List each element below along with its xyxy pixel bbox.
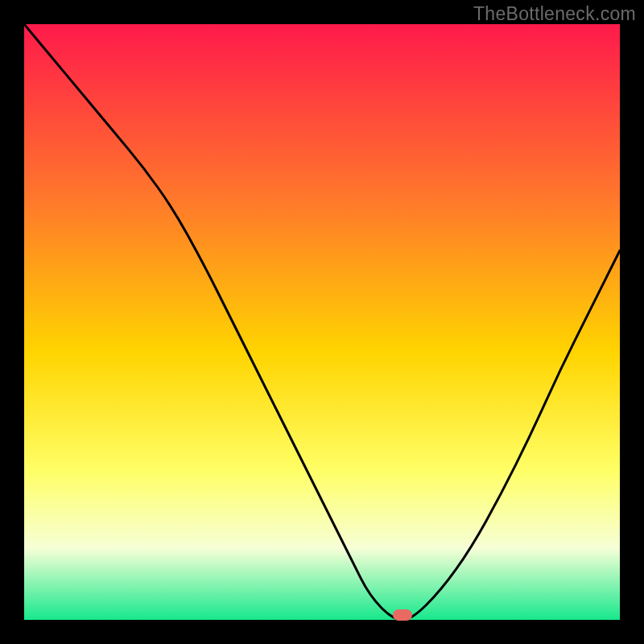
optimal-marker bbox=[393, 609, 412, 621]
watermark-text: TheBottleneck.com bbox=[473, 3, 636, 25]
bottleneck-curve bbox=[24, 24, 620, 620]
chart-container: TheBottleneck.com bbox=[0, 0, 644, 644]
plot-frame bbox=[24, 24, 620, 620]
plot-area bbox=[24, 24, 620, 620]
